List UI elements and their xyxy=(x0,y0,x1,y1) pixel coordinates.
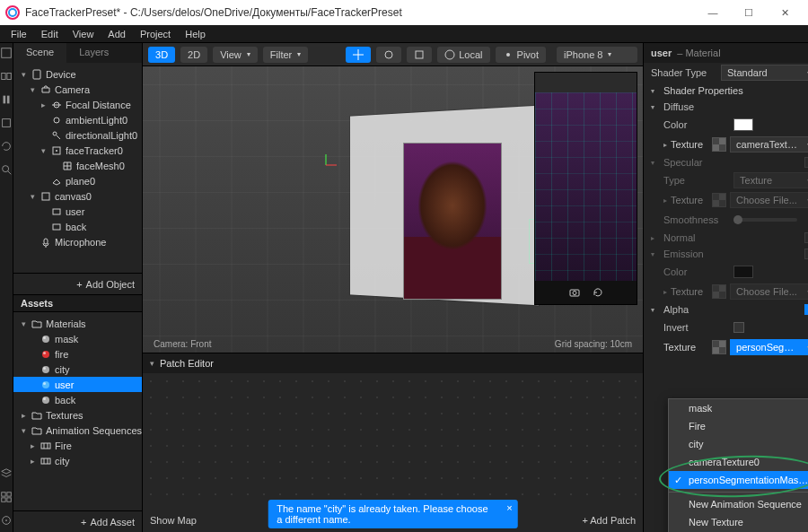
scene-tree-item[interactable]: ▾faceTracker0 xyxy=(13,143,142,158)
alpha-texture-select[interactable]: personSegme... xyxy=(730,339,808,355)
emission-header[interactable]: Emission xyxy=(663,249,704,259)
svg-rect-13 xyxy=(7,498,11,501)
assets-tree-item[interactable]: ▾Materials xyxy=(13,316,142,331)
svg-rect-16 xyxy=(33,70,40,79)
capture-icon[interactable] xyxy=(569,287,580,298)
patch-canvas[interactable] xyxy=(143,373,643,509)
diffuse-texture-select[interactable]: cameraTexture0 xyxy=(730,136,808,153)
assets-tree-item[interactable]: user xyxy=(13,377,142,392)
shader-properties-header[interactable]: Shader Properties xyxy=(663,85,743,96)
activity-refresh-icon[interactable] xyxy=(0,140,13,153)
assets-tree-item[interactable]: back xyxy=(13,392,142,407)
scene-tree-item[interactable]: ambientLight0 xyxy=(13,112,142,127)
assets-tree-item[interactable]: ▸Textures xyxy=(13,407,142,423)
move-tool-button[interactable] xyxy=(346,47,371,63)
scene-tree-item[interactable]: faceMesh0 xyxy=(13,158,142,173)
svg-point-33 xyxy=(43,367,46,370)
assets-tree-item[interactable]: ▸city xyxy=(13,453,142,468)
emission-color-swatch[interactable] xyxy=(733,266,753,278)
menu-project[interactable]: Project xyxy=(133,27,178,41)
dropdown-item[interactable]: cameraTexture0 xyxy=(669,453,808,471)
scene-tree-item[interactable]: back xyxy=(13,219,142,234)
window-maximize-button[interactable]: ☐ xyxy=(731,0,767,25)
menu-add[interactable]: Add xyxy=(101,27,133,41)
rotate-tool-button[interactable] xyxy=(376,47,401,63)
scene-tree-item[interactable]: ▾canvas0 xyxy=(13,188,142,204)
scene-tree-item[interactable]: ▾Device xyxy=(13,66,142,82)
restart-icon[interactable] xyxy=(593,287,603,298)
activity-target-icon[interactable] xyxy=(0,514,13,527)
specular-type-select[interactable]: Texture xyxy=(733,172,808,188)
svg-rect-27 xyxy=(44,239,48,244)
svg-point-29 xyxy=(43,336,46,339)
dropdown-new-anim[interactable]: New Animation Sequence xyxy=(669,495,808,513)
activity-layers-icon[interactable] xyxy=(0,70,13,83)
scene-tree-item[interactable]: ▾Camera xyxy=(13,82,142,97)
shader-type-select[interactable]: Standard xyxy=(721,65,808,81)
activity-grid-icon[interactable] xyxy=(0,491,13,503)
assets-tree-item[interactable]: city xyxy=(13,362,142,377)
menu-view[interactable]: View xyxy=(66,27,101,41)
scale-tool-button[interactable] xyxy=(407,47,432,63)
view-dropdown[interactable]: View▾ xyxy=(213,47,258,63)
local-toggle[interactable]: Local xyxy=(437,47,489,63)
activity-square-icon[interactable] xyxy=(0,117,13,129)
svg-rect-12 xyxy=(2,498,5,501)
normal-enable-checkbox[interactable] xyxy=(804,232,808,243)
scene-tree-item[interactable]: user xyxy=(13,204,142,219)
activity-search-icon[interactable] xyxy=(0,163,13,176)
activity-pause-icon[interactable] xyxy=(0,93,13,106)
device-icon xyxy=(31,69,42,80)
emission-enable-checkbox[interactable] xyxy=(804,249,808,259)
window-close-button[interactable]: ✕ xyxy=(767,0,803,25)
dirlight-icon xyxy=(51,130,62,141)
scene-tree-item[interactable]: directionalLight0 xyxy=(13,127,142,143)
invert-checkbox[interactable] xyxy=(733,322,744,333)
smoothness-slider[interactable] xyxy=(733,218,797,222)
specular-enable-checkbox[interactable] xyxy=(804,157,808,168)
diffuse-color-swatch[interactable] xyxy=(733,118,753,131)
dropdown-item[interactable]: Fire xyxy=(669,417,808,435)
view-3d-button[interactable]: 3D xyxy=(148,47,175,63)
ball-grey-icon xyxy=(40,334,51,344)
dropdown-item[interactable]: ✓personSegmentationMaskTexture0 xyxy=(669,471,808,489)
titlebar: FaceTrackerPreset* - C:/Users/delos/OneD… xyxy=(0,0,808,25)
toast-close-button[interactable]: × xyxy=(506,502,512,513)
dropdown-new-tex[interactable]: New Texture xyxy=(669,513,808,531)
patch-editor: ▾Patch Editor Show Map + Add Patch The n… xyxy=(143,353,643,532)
window-minimize-button[interactable]: — xyxy=(695,0,731,25)
specular-texture-select[interactable]: Choose File... xyxy=(730,192,808,208)
scene-tree-item[interactable]: Microphone xyxy=(13,234,142,249)
add-asset-button[interactable]: +Add Asset xyxy=(13,510,142,532)
tab-scene[interactable]: Scene xyxy=(13,43,66,63)
device-preview-select[interactable]: iPhone 8▾ xyxy=(557,47,637,63)
add-object-button[interactable]: +Add Object xyxy=(13,273,142,294)
activity-stack-icon[interactable] xyxy=(0,467,13,480)
show-map-button[interactable]: Show Map xyxy=(150,515,197,526)
filter-dropdown[interactable]: Filter▾ xyxy=(263,47,308,63)
diffuse-header[interactable]: Diffuse xyxy=(663,101,694,112)
assets-tree-item[interactable]: fire xyxy=(13,346,142,362)
specular-header[interactable]: Specular xyxy=(663,157,702,168)
viewport-3d[interactable]: Camera: Front Grid spacing: 10cm xyxy=(143,66,643,353)
scene-tree-item[interactable]: ▸Focal Distance xyxy=(13,97,142,112)
alpha-enable-checkbox[interactable] xyxy=(804,304,808,315)
scene-tree-item[interactable]: plane0 xyxy=(13,173,142,188)
assets-tree-item[interactable]: ▾Animation Sequences xyxy=(13,423,142,438)
pivot-toggle[interactable]: Pivot xyxy=(496,47,546,63)
menu-help[interactable]: Help xyxy=(178,27,213,41)
menu-file[interactable]: File xyxy=(4,27,34,41)
add-patch-button[interactable]: + Add Patch xyxy=(582,515,636,526)
normal-header[interactable]: Normal xyxy=(663,232,695,243)
svg-rect-41 xyxy=(41,458,50,464)
assets-tree-item[interactable]: mask xyxy=(13,331,142,346)
dropdown-item[interactable]: city xyxy=(669,435,808,453)
emission-texture-select[interactable]: Choose File... xyxy=(730,283,808,300)
activity-scene-icon[interactable] xyxy=(0,47,13,59)
tab-layers[interactable]: Layers xyxy=(66,43,121,63)
alpha-header[interactable]: Alpha xyxy=(663,304,689,315)
dropdown-item[interactable]: mask xyxy=(669,399,808,417)
assets-tree-item[interactable]: ▸Fire xyxy=(13,438,142,453)
menu-edit[interactable]: Edit xyxy=(34,27,66,41)
view-2d-button[interactable]: 2D xyxy=(180,47,207,63)
